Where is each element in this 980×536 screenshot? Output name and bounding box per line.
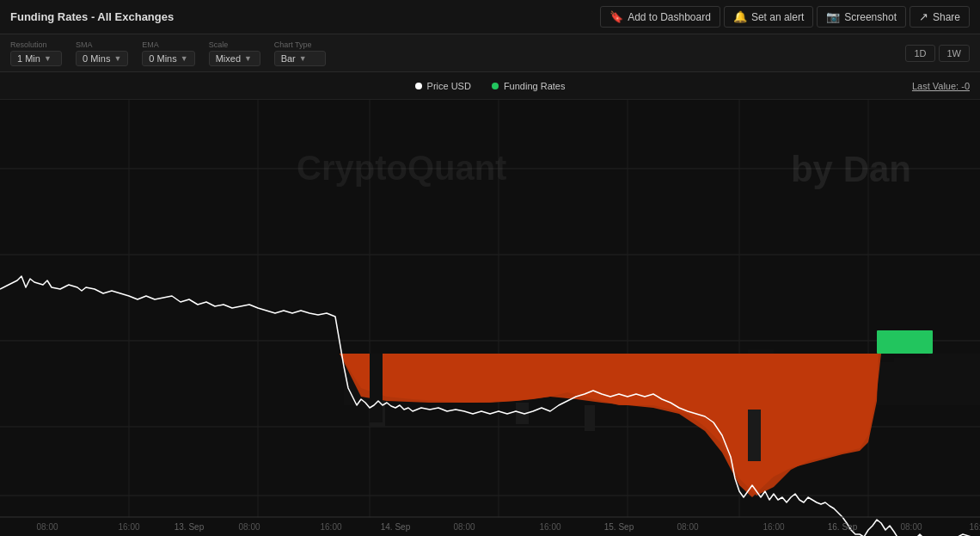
- price-legend: Price USD: [415, 81, 471, 91]
- chevron-down-icon: ▼: [44, 54, 52, 63]
- svg-text:08:00: 08:00: [36, 522, 58, 532]
- resolution-label: Resolution: [10, 40, 62, 49]
- svg-text:16:00: 16:00: [539, 522, 560, 532]
- top-bar-left: Funding Rates - All Exchanges: [10, 10, 174, 23]
- ema-group: EMA 0 Mins ▼: [142, 40, 194, 66]
- legend-bar: Price USD Funding Rates Last Value: -0: [0, 72, 980, 100]
- top-bar: Funding Rates - All Exchanges 🔖 Add to D…: [0, 0, 980, 34]
- sma-label: SMA: [76, 40, 128, 49]
- chart-type-group: Chart Type Bar ▼: [274, 40, 326, 66]
- set-alert-button[interactable]: 🔔 Set an alert: [724, 6, 813, 28]
- svg-text:08:00: 08:00: [238, 522, 260, 532]
- svg-rect-29: [370, 354, 383, 422]
- svg-text:13. Sep: 13. Sep: [175, 522, 205, 532]
- scale-select[interactable]: Mixed ▼: [209, 51, 260, 66]
- svg-rect-22: [928, 354, 980, 405]
- chart-container: CryptoQuant by Dan: [0, 100, 980, 536]
- svg-text:16:00: 16:00: [118, 522, 139, 532]
- chevron-down-icon: ▼: [181, 54, 188, 63]
- page-title: Funding Rates - All Exchanges: [10, 10, 174, 23]
- period-1w-button[interactable]: 1W: [939, 45, 971, 62]
- chevron-down-icon: ▼: [113, 54, 121, 63]
- top-bar-actions: 🔖 Add to Dashboard 🔔 Set an alert 📷 Scre…: [600, 6, 970, 28]
- svg-text:08:00: 08:00: [677, 522, 698, 532]
- scale-label: Scale: [209, 40, 260, 49]
- svg-text:16:00: 16:00: [320, 522, 341, 532]
- bookmark-icon: 🔖: [609, 10, 623, 23]
- chevron-down-icon: ▼: [299, 54, 307, 63]
- svg-text:16:00: 16:00: [969, 522, 980, 532]
- chart-svg: 08:00 16:00 13. Sep 08:00 16:00 14. Sep …: [0, 100, 980, 536]
- share-button[interactable]: ↗ Share: [910, 6, 970, 28]
- bell-icon: 🔔: [733, 10, 747, 23]
- svg-text:16. Sep: 16. Sep: [828, 522, 858, 532]
- ema-label: EMA: [142, 40, 194, 49]
- funding-dot: [492, 83, 499, 89]
- period-buttons: 1D 1W: [905, 45, 970, 62]
- chevron-down-icon: ▼: [244, 54, 252, 63]
- period-1d-button[interactable]: 1D: [905, 45, 934, 62]
- chart-type-select[interactable]: Bar ▼: [274, 51, 326, 66]
- last-value[interactable]: Last Value: -0: [912, 81, 970, 91]
- svg-rect-28: [748, 410, 761, 461]
- price-dot: [415, 83, 422, 89]
- scale-group: Scale Mixed ▼: [209, 40, 260, 66]
- svg-text:15. Sep: 15. Sep: [604, 522, 634, 532]
- funding-legend: Funding Rates: [492, 81, 566, 91]
- svg-text:16:00: 16:00: [763, 522, 784, 532]
- resolution-group: Resolution 1 Min ▼: [10, 40, 62, 66]
- svg-text:08:00: 08:00: [900, 522, 922, 532]
- chart-type-label: Chart Type: [274, 40, 326, 49]
- svg-text:14. Sep: 14. Sep: [381, 522, 411, 532]
- svg-rect-27: [585, 405, 595, 431]
- share-icon: ↗: [919, 10, 928, 23]
- sma-select[interactable]: 0 Mins ▼: [76, 51, 128, 66]
- sma-group: SMA 0 Mins ▼: [76, 40, 128, 66]
- screenshot-button[interactable]: 📷 Screenshot: [817, 6, 906, 28]
- ema-select[interactable]: 0 Mins ▼: [142, 51, 194, 66]
- chart-toolbar: Resolution 1 Min ▼ SMA 0 Mins ▼ EMA 0 Mi…: [0, 34, 980, 72]
- add-dashboard-button[interactable]: 🔖 Add to Dashboard: [600, 6, 720, 28]
- resolution-select[interactable]: 1 Min ▼: [10, 51, 62, 66]
- svg-rect-24: [877, 330, 933, 354]
- svg-rect-21: [894, 358, 928, 405]
- svg-text:08:00: 08:00: [453, 522, 475, 532]
- camera-icon: 📷: [826, 10, 840, 23]
